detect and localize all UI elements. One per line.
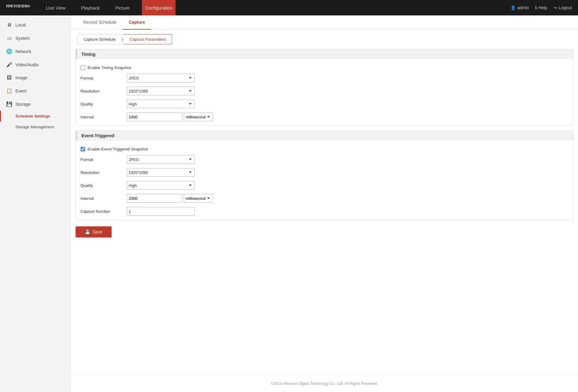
enable-timing-row: Enable Timing Snapshot: [76, 64, 573, 74]
event-interval-row: Interval 2000 millisecond: [76, 194, 573, 203]
nav-configuration[interactable]: Configuration: [142, 0, 175, 15]
main-tab-bar: Record Schedule Capture: [71, 15, 578, 30]
tab-capture[interactable]: Capture: [122, 15, 151, 30]
monitor-icon: 🖥: [6, 22, 12, 28]
sidebar-item-system[interactable]: ▭ System: [0, 31, 71, 45]
sub-tab-bar: Capture Schedule › Capture Parameters: [71, 30, 578, 44]
help-link[interactable]: ℹ Help: [535, 5, 547, 10]
network-icon: 🌐: [6, 48, 12, 54]
main-layout: 🖥 Local ▭ System 🌐 Network 🎤 Video/Audio…: [0, 15, 578, 392]
event-quality-label: Quality: [81, 183, 127, 188]
capture-number-label: Capture Number: [81, 209, 127, 214]
timing-interval-row: Interval 1000 millisecond: [76, 113, 573, 121]
timing-quality-row: Quality High: [76, 100, 573, 108]
sidebar-subitem-storage-management[interactable]: Storage Management: [0, 122, 71, 132]
event-interval-controls: 2000 millisecond: [127, 194, 195, 203]
topnav-right: 👤 admin ℹ Help ↪ Logout: [510, 5, 572, 10]
sidebar-subitem-schedule-settings[interactable]: Schedule Settings: [0, 111, 71, 122]
sidebar-item-storage[interactable]: 💾 Storage: [0, 97, 71, 111]
enable-event-row: Enable Event-Triggered Snapshot: [76, 145, 573, 155]
user-icon: 👤: [510, 5, 516, 10]
nav-playback[interactable]: Playback: [78, 0, 103, 15]
nav-picture[interactable]: Picture: [112, 0, 133, 15]
capture-number-input[interactable]: 1: [127, 207, 195, 216]
timing-section: Timing Enable Timing Snapshot Format JPE…: [76, 49, 573, 126]
timing-interval-label: Interval: [81, 115, 127, 119]
sidebar-item-local[interactable]: 🖥 Local: [0, 19, 71, 31]
nav-links: Live View Playback Picture Configuration: [43, 0, 511, 15]
timing-interval-unit-select[interactable]: millisecond: [184, 113, 213, 121]
timing-format-row: Format JPEG: [76, 74, 573, 82]
timing-header: Timing: [76, 49, 573, 59]
timing-quality-select[interactable]: High: [127, 100, 195, 108]
event-format-label: Format: [81, 157, 127, 162]
sidebar-item-image[interactable]: 🖼 Image: [0, 71, 71, 84]
nav-live-view[interactable]: Live View: [43, 0, 69, 15]
event-triggered-header: Event-Triggered: [76, 131, 573, 141]
subtab-capture-parameters[interactable]: Capture Parameters: [123, 34, 172, 44]
event-resolution-label: Resolution: [81, 170, 127, 175]
subtab-capture-schedule[interactable]: Capture Schedule: [77, 34, 122, 44]
logout-icon: ↪: [553, 5, 557, 10]
tab-record-schedule[interactable]: Record Schedule: [77, 15, 122, 30]
sidebar: 🖥 Local ▭ System 🌐 Network 🎤 Video/Audio…: [0, 15, 71, 392]
event-triggered-section: Event-Triggered Enable Event-Triggered S…: [76, 130, 573, 220]
event-icon: 📋: [6, 88, 12, 94]
video-icon: 🎤: [6, 62, 12, 68]
timing-format-label: Format: [81, 76, 127, 80]
timing-quality-label: Quality: [81, 102, 127, 106]
sidebar-item-event[interactable]: 📋 Event: [0, 84, 71, 97]
timing-resolution-label: Resolution: [81, 89, 127, 93]
brand-logo: HIKVISION®: [6, 4, 31, 12]
event-resolution-select[interactable]: 1920*1080: [127, 168, 195, 177]
timing-resolution-select[interactable]: 1920*1080: [127, 87, 195, 95]
sidebar-item-video-audio[interactable]: 🎤 Video/Audio: [0, 58, 71, 71]
sidebar-item-network[interactable]: 🌐 Network: [0, 45, 71, 58]
event-interval-input[interactable]: 2000: [127, 194, 182, 203]
event-quality-row: Quality High: [76, 181, 573, 190]
timing-resolution-row: Resolution 1920*1080: [76, 87, 573, 95]
main-content: Record Schedule Capture Capture Schedule…: [71, 15, 578, 392]
event-quality-select[interactable]: High: [127, 181, 195, 190]
event-interval-label: Interval: [81, 196, 127, 201]
save-button[interactable]: 💾 Save: [76, 226, 112, 237]
footer: ©2019 Hikvision Digital Technology Co., …: [71, 375, 578, 392]
user-menu[interactable]: 👤 admin: [510, 5, 529, 10]
image-icon: 🖼: [6, 75, 12, 80]
capture-number-row: Capture Number 1: [76, 207, 573, 216]
timing-interval-controls: 1000 millisecond: [127, 113, 195, 121]
event-interval-unit-select[interactable]: millisecond: [184, 194, 213, 203]
logout-link[interactable]: ↪ Logout: [553, 5, 572, 10]
enable-event-checkbox[interactable]: [81, 147, 85, 151]
help-icon: ℹ: [535, 5, 537, 10]
top-navigation: HIKVISION® Live View Playback Picture Co…: [0, 0, 578, 15]
timing-format-select[interactable]: JPEG: [127, 74, 195, 82]
event-resolution-row: Resolution 1920*1080: [76, 168, 573, 177]
save-icon: 💾: [85, 229, 90, 234]
event-format-select[interactable]: JPEG: [127, 155, 195, 164]
event-format-row: Format JPEG: [76, 155, 573, 164]
timing-interval-input[interactable]: 1000: [127, 113, 182, 121]
enable-timing-checkbox[interactable]: [81, 65, 85, 70]
storage-icon: 💾: [6, 101, 12, 107]
system-icon: ▭: [6, 35, 12, 41]
